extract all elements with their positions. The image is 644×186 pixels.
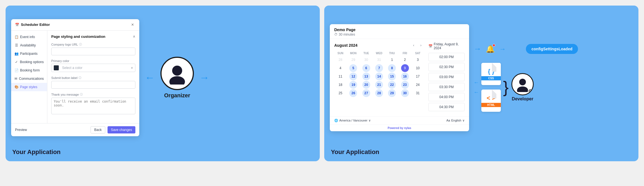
bell-badge [492,44,495,47]
files-column: { } CSS < > HTML [481,63,501,112]
calendar-nav: ‹ › [411,42,424,48]
cal-day-22[interactable]: 22 [388,81,396,89]
time-slot-5[interactable]: 04:00 PM [428,93,465,101]
sidebar-item-page-styles[interactable]: 🎨 Page styles [11,83,47,91]
back-button[interactable]: Back [91,126,105,133]
right-arrow-1: → [474,44,481,53]
cal-day-17[interactable]: 17 [414,73,422,80]
sidebar-item-label: Communications [19,77,44,81]
cal-day-5[interactable]: 5 [349,64,357,72]
cal-day-25[interactable]: 25 [336,89,344,97]
sidebar-item-event-info[interactable]: 📋 Event info [11,33,47,41]
booking-form-icon: 📄 [14,68,18,72]
cal-day-27[interactable]: 27 [362,89,370,97]
notification-bell: 🔔 [485,43,496,54]
close-button[interactable]: × [130,22,135,28]
right-panel-label: Your Application [330,148,633,156]
cal-day-10[interactable]: 10 [414,64,422,72]
color-select[interactable]: Select a color ∨ [51,64,135,72]
cal-day-4[interactable]: 4 [336,64,344,72]
lang-chevron: ∨ [462,119,465,122]
sidebar-item-participants[interactable]: 👥 Participants [11,49,47,58]
cal-day-28[interactable]: 28 [375,89,383,97]
cal-day-30-prev: 30 [362,56,370,64]
cal-day-31[interactable]: 31 [414,89,422,97]
cal-day-8[interactable]: 8 [388,64,396,72]
day-header-fri: FRI [399,51,411,55]
timezone-selector[interactable]: 🌐 America / Vancouver ∨ [334,119,371,122]
left-panel: 📅 Scheduler Editor × 📋 Event info ☰ [6,6,320,161]
cal-day-30[interactable]: 30 [401,89,409,97]
cal-day-18[interactable]: 18 [336,81,344,89]
demo-duration: ⏱ 30 minutes [334,33,465,36]
thank-you-label: Thank you message ⓘ [51,93,135,96]
cal-day-1[interactable]: 1 [388,56,396,64]
svg-point-0 [172,66,182,76]
cal-day-28-prev: 28 [336,56,344,64]
cal-day-7[interactable]: 7 [375,64,383,72]
sidebar-item-booking-options[interactable]: ✓ Booking options [11,58,47,66]
info-icon-2: ⓘ [79,76,81,80]
collapse-icon[interactable]: ∧ [133,34,135,38]
time-slot-4[interactable]: 03:30 PM [428,83,465,91]
cal-day-24[interactable]: 24 [414,81,422,89]
html-file-icon: < > HTML [481,90,501,112]
language-selector[interactable]: Aa English ∨ [446,119,465,122]
preview-button[interactable]: Preview [15,128,27,132]
sidebar-item-label: Booking form [20,68,40,72]
modal-header: 📅 Scheduler Editor × [11,19,139,31]
cal-day-19[interactable]: 19 [349,81,357,89]
save-changes-button[interactable]: Save changes [108,126,135,133]
time-slot-3[interactable]: 03:00 PM [428,73,465,81]
cal-day-15[interactable]: 15 [388,73,396,80]
sidebar-item-label: Booking options [20,60,44,64]
prev-month-button[interactable]: ‹ [411,42,417,48]
day-header-mon: MON [347,51,359,55]
sidebar-item-label: Page styles [20,85,37,89]
cal-day-11[interactable]: 11 [336,73,344,80]
page-styles-icon: 🎨 [14,85,18,89]
cal-day-9[interactable]: 9 [401,64,409,72]
submit-button-input[interactable] [51,81,135,89]
timezone-chevron: ∨ [369,119,371,122]
developer-container: ⚙ Developer [511,73,534,101]
date-header-text: Friday, August 9, 2024 [434,42,465,50]
thank-you-textarea[interactable] [51,98,135,114]
dev-row: ← ← { } CSS < > HTML [474,63,534,112]
company-logo-input[interactable] [51,48,135,55]
cal-day-6[interactable]: 6 [362,64,370,72]
sidebar-item-booking-form[interactable]: 📄 Booking form [11,66,47,75]
cal-day-12[interactable]: 12 [349,73,357,80]
thank-you-group: Thank you message ⓘ [51,93,135,115]
files-section: ← ← { } CSS < > HTML [474,63,509,112]
cal-day-2[interactable]: 2 [401,56,409,64]
cal-day-21[interactable]: 21 [375,81,383,89]
booking-options-icon: ✓ [14,60,18,64]
sidebar-item-availability[interactable]: ☰ Availability [11,41,47,49]
cal-day-16[interactable]: 16 [401,73,409,80]
time-slot-2[interactable]: 02:30 PM [428,63,465,71]
cal-day-13[interactable]: 13 [362,73,370,80]
cal-day-26[interactable]: 26 [349,89,357,97]
day-header-thu: THU [386,51,398,55]
company-logo-label: Company logo URL ⓘ [51,43,135,46]
nylas-brand: nylas [404,127,411,130]
cal-day-14[interactable]: 14 [375,73,383,80]
svg-point-3 [517,86,528,92]
cal-day-3[interactable]: 3 [414,56,422,64]
cal-day-23[interactable]: 23 [401,81,409,89]
left-panel-label: Your Application [11,148,314,156]
cal-day-20[interactable]: 20 [362,81,370,89]
sidebar-item-communications[interactable]: ✉ Communications [11,75,47,83]
sidebar-item-label: Event info [20,35,35,39]
cal-day-29[interactable]: 29 [388,89,396,97]
time-slot-1[interactable]: 02:00 PM [428,53,465,61]
day-header-sat: SAT [412,51,424,55]
arrow-to-badge: → [499,45,506,53]
calendar-day-headers: SUN MON TUE WED THU FRI SAT [334,51,424,55]
time-section: 📅 Friday, August 9, 2024 02:00 PM 02:30 … [428,42,465,113]
time-slot-6[interactable]: 04:30 PM [428,103,465,111]
cal-day-31-prev: 31 [375,56,383,64]
next-month-button[interactable]: › [418,42,424,48]
left-arrow-container: ← [145,73,155,83]
